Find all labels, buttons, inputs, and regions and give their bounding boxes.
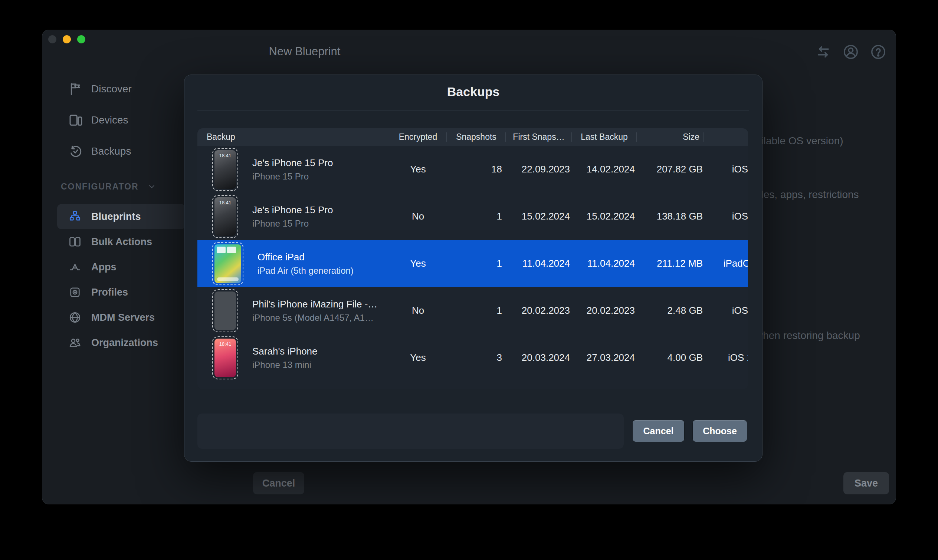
size-cell: 207.82 GB xyxy=(637,163,704,175)
close-window-button[interactable] xyxy=(48,35,56,43)
sidebar: DiscoverDevicesBackupsCONFIGURATOR Bluep… xyxy=(57,74,206,355)
table-header-row: BackupEncryptedSnapshotsFirst Snaps…Last… xyxy=(197,128,748,146)
backup-row[interactable]: 18:41Sarah's iPhoneiPhone 13 miniYes320.… xyxy=(197,334,748,381)
window-title: New Blueprint xyxy=(256,45,353,58)
sidebar-item-organizations[interactable]: Organizations xyxy=(57,330,185,355)
blueprint-cancel-button[interactable]: Cancel xyxy=(253,472,304,494)
backup-name: Office iPad xyxy=(257,251,354,263)
dialog-cancel-button[interactable]: Cancel xyxy=(632,420,685,442)
profiles-icon xyxy=(68,286,85,299)
help-icon[interactable] xyxy=(870,43,887,60)
background-text-fragment: ofiles, apps, restrictions xyxy=(750,189,859,201)
encrypted-cell: No xyxy=(389,305,447,316)
sidebar-item-label: Backups xyxy=(91,145,131,157)
device-thumbnail: 18:41 xyxy=(214,150,236,189)
last-backup-cell: 20.02.2023 xyxy=(572,305,637,316)
column-header-size[interactable]: Size xyxy=(637,128,704,146)
column-header-first-snaps[interactable]: First Snaps… xyxy=(506,128,572,146)
backups-dialog: Backups BackupEncryptedSnapshotsFirst Sn… xyxy=(184,75,762,462)
backup-name: Sarah's iPhone xyxy=(252,346,317,357)
thumbnail-clock-text: 18:41 xyxy=(214,153,236,158)
column-header-label: Backup xyxy=(207,132,389,142)
sidebar-item-label: Profiles xyxy=(91,287,128,298)
mdm-servers-icon xyxy=(68,311,85,324)
first-snapshot-cell: 11.04.2024 xyxy=(506,258,572,269)
account-icon[interactable] xyxy=(842,43,859,60)
sidebar-item-apps[interactable]: Apps xyxy=(57,254,185,280)
last-backup-cell: 15.02.2024 xyxy=(572,211,637,222)
screen: New Blueprint DiscoverDevicesBackupsCONF… xyxy=(0,0,938,560)
size-cell: 211.12 MB xyxy=(637,258,704,269)
sidebar-item-discover[interactable]: Discover xyxy=(57,74,185,105)
device-model: iPhone 15 Pro xyxy=(252,218,333,229)
backup-row[interactable]: 18:41Je's iPhone 15 ProiPhone 15 ProNo11… xyxy=(197,193,748,240)
sidebar-item-label: Discover xyxy=(91,83,132,95)
sidebar-item-label: Bulk Actions xyxy=(91,236,152,248)
device-thumbnail: 18:41 xyxy=(214,338,236,377)
first-snapshot-cell: 15.02.2024 xyxy=(506,211,572,222)
backup-name: Je's iPhone 15 Pro xyxy=(252,157,333,169)
zoom-window-button[interactable] xyxy=(77,35,85,43)
last-backup-cell: 27.03.2024 xyxy=(572,352,637,363)
sidebar-item-label: Apps xyxy=(91,262,117,273)
backup-filter-field[interactable] xyxy=(197,414,624,449)
column-header-label: First Snaps… xyxy=(506,132,572,142)
size-cell: 4.00 GB xyxy=(637,352,704,363)
encrypted-cell: Yes xyxy=(389,163,447,175)
snapshots-cell: 3 xyxy=(447,352,506,363)
backup-row[interactable]: Office iPadiPad Air (5th generation)Yes1… xyxy=(197,240,748,287)
backup-name: Je's iPhone 15 Pro xyxy=(252,205,333,216)
sidebar-section-configurator[interactable]: CONFIGURATOR xyxy=(57,175,206,198)
sidebar-item-mdm-servers[interactable]: MDM Servers xyxy=(57,305,185,330)
column-header-last-backup[interactable]: Last Backup xyxy=(572,128,637,146)
backup-row[interactable]: 18:41Je's iPhone 15 ProiPhone 15 ProYes1… xyxy=(197,146,748,193)
backup-name: Phil's iPhone iMazing File -… xyxy=(252,298,377,310)
dialog-divider xyxy=(197,110,749,111)
backups-table: BackupEncryptedSnapshotsFirst Snaps…Last… xyxy=(197,128,748,389)
snapshots-cell: 1 xyxy=(447,305,506,316)
device-model: iPhone 15 Pro xyxy=(252,171,333,182)
sidebar-item-bulk-actions[interactable]: Bulk Actions xyxy=(57,229,185,254)
minimize-window-button[interactable] xyxy=(63,35,71,43)
sidebar-item-backups[interactable]: Backups xyxy=(57,136,185,167)
chevron-down-icon xyxy=(147,182,157,191)
first-snapshot-cell: 20.02.2023 xyxy=(506,305,572,316)
sidebar-item-label: Blueprints xyxy=(91,211,141,223)
devices-icon xyxy=(68,113,85,128)
column-header-backup[interactable]: Backup xyxy=(197,128,389,146)
backup-cell: Office iPadiPad Air (5th generation) xyxy=(197,245,389,283)
os-cell: iOS 1 xyxy=(704,352,748,363)
sidebar-item-label: Devices xyxy=(91,114,128,126)
column-header-label: Size xyxy=(637,132,704,142)
bulk-actions-icon xyxy=(68,235,85,248)
column-header-os[interactable] xyxy=(704,128,748,146)
sidebar-item-devices[interactable]: Devices xyxy=(57,105,185,136)
last-backup-cell: 14.02.2024 xyxy=(572,163,637,175)
backup-cell: 18:41Sarah's iPhoneiPhone 13 mini xyxy=(197,338,389,377)
section-label: CONFIGURATOR xyxy=(61,182,139,192)
background-text-fragment: when restoring backup xyxy=(755,330,860,342)
size-cell: 2.48 GB xyxy=(637,305,704,316)
column-header-encrypted[interactable]: Encrypted xyxy=(389,128,447,146)
backup-history-icon xyxy=(68,144,85,159)
snapshots-cell: 18 xyxy=(447,163,506,175)
encrypted-cell: Yes xyxy=(389,352,447,363)
column-header-label: Encrypted xyxy=(389,132,447,142)
sidebar-item-label: Organizations xyxy=(91,337,158,349)
backup-cell: 18:41Je's iPhone 15 ProiPhone 15 Pro xyxy=(197,197,389,236)
blueprint-save-button[interactable]: Save xyxy=(843,472,889,494)
sidebar-item-blueprints[interactable]: Blueprints xyxy=(57,204,185,229)
size-cell: 138.18 GB xyxy=(637,211,704,222)
sidebar-item-profiles[interactable]: Profiles xyxy=(57,280,185,305)
backup-row[interactable]: Phil's iPhone iMazing File -…iPhone 5s (… xyxy=(197,287,748,334)
dialog-choose-button[interactable]: Choose xyxy=(692,420,747,442)
encrypted-cell: Yes xyxy=(389,258,447,269)
column-header-label: Last Backup xyxy=(572,132,637,142)
dialog-title: Backups xyxy=(185,75,762,101)
background-text-fragment: vailable OS version) xyxy=(750,135,843,147)
device-model: iPad Air (5th generation) xyxy=(257,266,354,276)
apps-icon xyxy=(68,260,85,274)
blueprints-icon xyxy=(68,210,85,223)
transfer-icon[interactable] xyxy=(815,43,832,60)
column-header-snapshots[interactable]: Snapshots xyxy=(447,128,506,146)
